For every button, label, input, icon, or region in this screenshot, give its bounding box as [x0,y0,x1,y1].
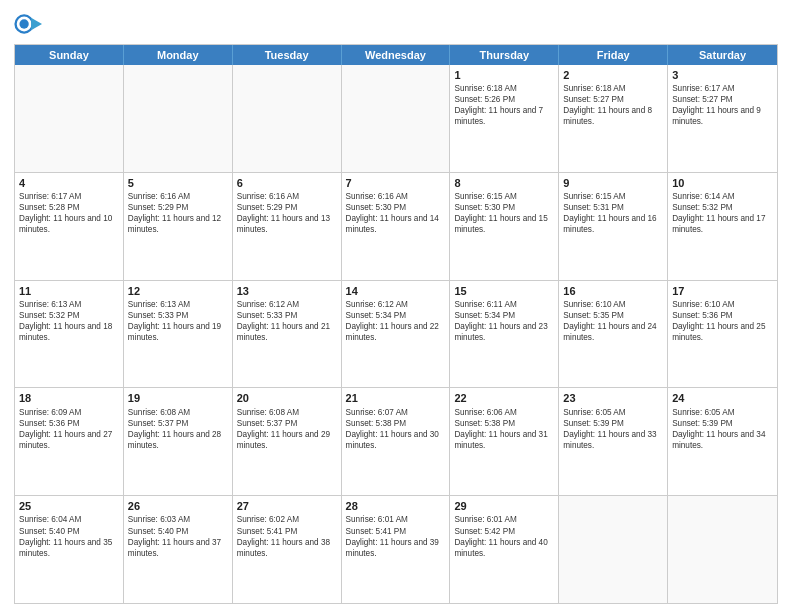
day-number: 25 [19,499,119,513]
cell-info: Sunrise: 6:18 AM Sunset: 5:26 PM Dayligh… [454,83,554,127]
day-number: 20 [237,391,337,405]
cell-info: Sunrise: 6:09 AM Sunset: 5:36 PM Dayligh… [19,407,119,451]
cal-cell-empty [559,496,668,603]
day-number: 28 [346,499,446,513]
day-number: 11 [19,284,119,298]
cal-header-saturday: Saturday [668,45,777,65]
cal-cell-15: 15Sunrise: 6:11 AM Sunset: 5:34 PM Dayli… [450,281,559,388]
cal-cell-22: 22Sunrise: 6:06 AM Sunset: 5:38 PM Dayli… [450,388,559,495]
cal-week-2: 4Sunrise: 6:17 AM Sunset: 5:28 PM Daylig… [15,173,777,281]
day-number: 9 [563,176,663,190]
cal-cell-empty [233,65,342,172]
cell-info: Sunrise: 6:16 AM Sunset: 5:30 PM Dayligh… [346,191,446,235]
cal-cell-12: 12Sunrise: 6:13 AM Sunset: 5:33 PM Dayli… [124,281,233,388]
cell-info: Sunrise: 6:05 AM Sunset: 5:39 PM Dayligh… [563,407,663,451]
day-number: 4 [19,176,119,190]
cal-cell-empty [15,65,124,172]
cal-cell-empty [124,65,233,172]
cell-info: Sunrise: 6:07 AM Sunset: 5:38 PM Dayligh… [346,407,446,451]
cell-info: Sunrise: 6:10 AM Sunset: 5:36 PM Dayligh… [672,299,773,343]
day-number: 14 [346,284,446,298]
cal-cell-26: 26Sunrise: 6:03 AM Sunset: 5:40 PM Dayli… [124,496,233,603]
cal-cell-empty [342,65,451,172]
cal-header-monday: Monday [124,45,233,65]
cell-info: Sunrise: 6:14 AM Sunset: 5:32 PM Dayligh… [672,191,773,235]
day-number: 1 [454,68,554,82]
cell-info: Sunrise: 6:13 AM Sunset: 5:32 PM Dayligh… [19,299,119,343]
day-number: 3 [672,68,773,82]
cal-week-5: 25Sunrise: 6:04 AM Sunset: 5:40 PM Dayli… [15,496,777,603]
calendar: SundayMondayTuesdayWednesdayThursdayFrid… [14,44,778,604]
cal-cell-16: 16Sunrise: 6:10 AM Sunset: 5:35 PM Dayli… [559,281,668,388]
cal-cell-29: 29Sunrise: 6:01 AM Sunset: 5:42 PM Dayli… [450,496,559,603]
cell-info: Sunrise: 6:01 AM Sunset: 5:42 PM Dayligh… [454,514,554,558]
cell-info: Sunrise: 6:12 AM Sunset: 5:33 PM Dayligh… [237,299,337,343]
cal-cell-19: 19Sunrise: 6:08 AM Sunset: 5:37 PM Dayli… [124,388,233,495]
cal-header-thursday: Thursday [450,45,559,65]
day-number: 2 [563,68,663,82]
day-number: 23 [563,391,663,405]
day-number: 18 [19,391,119,405]
cal-cell-23: 23Sunrise: 6:05 AM Sunset: 5:39 PM Dayli… [559,388,668,495]
cal-cell-8: 8Sunrise: 6:15 AM Sunset: 5:30 PM Daylig… [450,173,559,280]
cal-cell-21: 21Sunrise: 6:07 AM Sunset: 5:38 PM Dayli… [342,388,451,495]
cal-cell-17: 17Sunrise: 6:10 AM Sunset: 5:36 PM Dayli… [668,281,777,388]
day-number: 29 [454,499,554,513]
day-number: 15 [454,284,554,298]
cell-info: Sunrise: 6:03 AM Sunset: 5:40 PM Dayligh… [128,514,228,558]
cell-info: Sunrise: 6:16 AM Sunset: 5:29 PM Dayligh… [128,191,228,235]
cell-info: Sunrise: 6:08 AM Sunset: 5:37 PM Dayligh… [237,407,337,451]
cell-info: Sunrise: 6:11 AM Sunset: 5:34 PM Dayligh… [454,299,554,343]
cal-week-1: 1Sunrise: 6:18 AM Sunset: 5:26 PM Daylig… [15,65,777,173]
cal-cell-11: 11Sunrise: 6:13 AM Sunset: 5:32 PM Dayli… [15,281,124,388]
cal-cell-20: 20Sunrise: 6:08 AM Sunset: 5:37 PM Dayli… [233,388,342,495]
day-number: 10 [672,176,773,190]
cal-cell-3: 3Sunrise: 6:17 AM Sunset: 5:27 PM Daylig… [668,65,777,172]
cell-info: Sunrise: 6:06 AM Sunset: 5:38 PM Dayligh… [454,407,554,451]
cal-header-tuesday: Tuesday [233,45,342,65]
day-number: 26 [128,499,228,513]
day-number: 16 [563,284,663,298]
cell-info: Sunrise: 6:02 AM Sunset: 5:41 PM Dayligh… [237,514,337,558]
cal-cell-24: 24Sunrise: 6:05 AM Sunset: 5:39 PM Dayli… [668,388,777,495]
cal-cell-14: 14Sunrise: 6:12 AM Sunset: 5:34 PM Dayli… [342,281,451,388]
cal-cell-4: 4Sunrise: 6:17 AM Sunset: 5:28 PM Daylig… [15,173,124,280]
day-number: 27 [237,499,337,513]
cal-week-3: 11Sunrise: 6:13 AM Sunset: 5:32 PM Dayli… [15,281,777,389]
cal-cell-13: 13Sunrise: 6:12 AM Sunset: 5:33 PM Dayli… [233,281,342,388]
logo-icon [14,10,42,38]
cell-info: Sunrise: 6:13 AM Sunset: 5:33 PM Dayligh… [128,299,228,343]
cal-cell-27: 27Sunrise: 6:02 AM Sunset: 5:41 PM Dayli… [233,496,342,603]
day-number: 22 [454,391,554,405]
day-number: 8 [454,176,554,190]
cal-cell-7: 7Sunrise: 6:16 AM Sunset: 5:30 PM Daylig… [342,173,451,280]
cell-info: Sunrise: 6:10 AM Sunset: 5:35 PM Dayligh… [563,299,663,343]
cell-info: Sunrise: 6:15 AM Sunset: 5:30 PM Dayligh… [454,191,554,235]
cell-info: Sunrise: 6:16 AM Sunset: 5:29 PM Dayligh… [237,191,337,235]
day-number: 24 [672,391,773,405]
page: SundayMondayTuesdayWednesdayThursdayFrid… [0,0,792,612]
cell-info: Sunrise: 6:18 AM Sunset: 5:27 PM Dayligh… [563,83,663,127]
calendar-header: SundayMondayTuesdayWednesdayThursdayFrid… [15,45,777,65]
cal-cell-18: 18Sunrise: 6:09 AM Sunset: 5:36 PM Dayli… [15,388,124,495]
cal-header-wednesday: Wednesday [342,45,451,65]
cal-week-4: 18Sunrise: 6:09 AM Sunset: 5:36 PM Dayli… [15,388,777,496]
day-number: 5 [128,176,228,190]
cell-info: Sunrise: 6:05 AM Sunset: 5:39 PM Dayligh… [672,407,773,451]
svg-marker-2 [31,18,42,30]
cal-cell-1: 1Sunrise: 6:18 AM Sunset: 5:26 PM Daylig… [450,65,559,172]
cal-header-sunday: Sunday [15,45,124,65]
cal-cell-6: 6Sunrise: 6:16 AM Sunset: 5:29 PM Daylig… [233,173,342,280]
cal-header-friday: Friday [559,45,668,65]
cal-cell-9: 9Sunrise: 6:15 AM Sunset: 5:31 PM Daylig… [559,173,668,280]
cell-info: Sunrise: 6:08 AM Sunset: 5:37 PM Dayligh… [128,407,228,451]
cal-cell-28: 28Sunrise: 6:01 AM Sunset: 5:41 PM Dayli… [342,496,451,603]
day-number: 21 [346,391,446,405]
header [14,10,778,38]
svg-point-1 [19,19,28,28]
logo [14,10,46,38]
cell-info: Sunrise: 6:17 AM Sunset: 5:28 PM Dayligh… [19,191,119,235]
cell-info: Sunrise: 6:15 AM Sunset: 5:31 PM Dayligh… [563,191,663,235]
cal-cell-10: 10Sunrise: 6:14 AM Sunset: 5:32 PM Dayli… [668,173,777,280]
cal-cell-empty [668,496,777,603]
